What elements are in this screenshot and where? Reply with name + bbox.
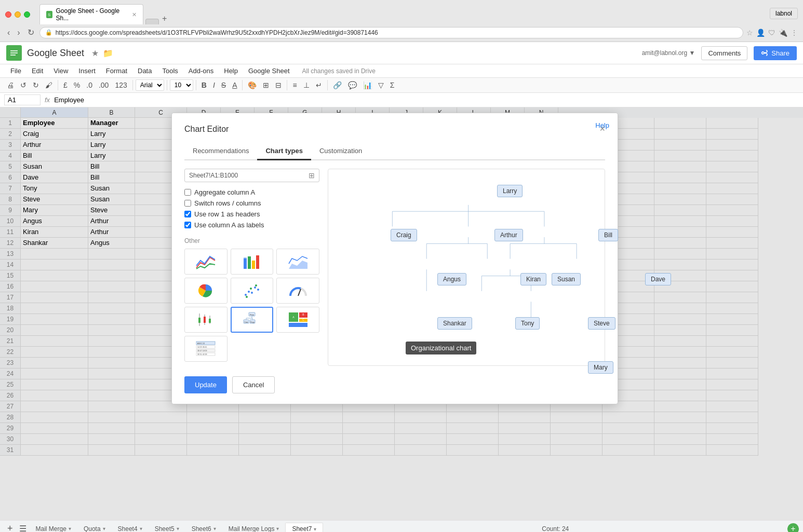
sheet-tab-sheet7[interactable]: Sheet7 ▾ [285,523,323,532]
menu-addons[interactable]: Add-ons [184,65,218,76]
share-button[interactable]: Share [754,46,797,60]
active-browser-tab[interactable]: S Google Sheet - Google Sh... ✕ [39,4,143,24]
merge-cells-button[interactable]: ⊟ [273,79,284,91]
text-wrap-button[interactable]: ↵ [313,79,325,91]
italic-button[interactable]: I [210,79,218,91]
comments-button[interactable]: Comments [701,46,747,60]
borders-button[interactable]: ⊞ [260,79,272,91]
align-left-button[interactable]: ≡ [290,79,299,91]
aggregate-checkbox[interactable] [184,189,191,196]
chart-editor-footer: Update Cancel [184,376,605,393]
function-button[interactable]: Σ [387,79,397,91]
new-sheet-button[interactable]: + [787,523,799,533]
chart-type-area[interactable] [276,249,319,275]
chart-type-org[interactable]: Pete Cats Dogs [231,307,274,333]
data-range-input[interactable]: Sheet7!A1:B1000 ⊞ [184,169,319,182]
menu-file[interactable]: File [6,65,25,76]
tab-close-icon[interactable]: ✕ [132,11,137,18]
redo-button[interactable]: ↻ [30,79,42,91]
currency-button[interactable]: £ [61,79,70,91]
chart-type-pie[interactable] [184,278,227,304]
minimize-window-btn[interactable] [15,11,21,18]
sheet-tab-quota[interactable]: Quota ▾ [77,523,112,533]
tab-arrow-sheet5: ▾ [177,526,179,531]
menu-edit[interactable]: Edit [28,65,47,76]
labnol-button[interactable]: labnol [770,8,798,19]
svg-rect-10 [244,257,247,260]
star-doc-button[interactable]: ★ [91,48,99,58]
tab-chart-types[interactable]: Chart types [257,143,311,160]
formula-input[interactable]: Employee [54,95,799,105]
print-button[interactable]: 🖨 [4,79,17,91]
close-window-btn[interactable] [5,11,11,18]
forward-button[interactable]: › [15,27,22,38]
sheet-tab-mail-merge-logs[interactable]: Mail Merge Logs ▾ [222,523,286,533]
inactive-tab[interactable] [145,19,159,24]
paint-format-button[interactable]: 🖌 [43,79,55,91]
extension-icon[interactable]: 🔌 [779,29,787,37]
sheet-tab-sheet4[interactable]: Sheet4 ▾ [112,523,149,533]
tab-title: Google Sheet - Google Sh... [56,7,126,22]
align-middle-button[interactable]: ⊥ [301,79,312,91]
percent-button[interactable]: % [71,79,83,91]
switch-rows-checkbox[interactable] [184,200,191,207]
menu-view[interactable]: View [49,65,72,76]
decimal-decrease-button[interactable]: .0 [84,79,95,91]
update-button[interactable]: Update [184,376,227,393]
help-link[interactable]: Help [595,121,609,129]
tab-arrow-sheet6: ▾ [213,526,216,531]
strikethrough-button[interactable]: S [219,79,229,91]
back-button[interactable]: ‹ [5,27,12,38]
chart-type-gauge[interactable] [276,278,319,304]
bold-button[interactable]: B [199,79,209,91]
sheet-tab-sheet6[interactable]: Sheet6 ▾ [185,523,222,533]
chart-type-line[interactable] [184,249,227,275]
use-col-a-checkbox-row: Use column A as labels [184,221,319,229]
cancel-button[interactable]: Cancel [232,376,275,393]
menu-data[interactable]: Data [133,65,156,76]
comment-button[interactable]: 💬 [345,79,359,91]
star-icon[interactable]: ☆ [746,29,753,37]
account-icon[interactable]: 👤 [756,29,765,37]
chart-type-table[interactable]: A B C D 14 25 36 41 38 47 18 09 30 51 42… [184,336,227,362]
sheet-list-button[interactable]: ☰ [16,524,30,532]
tab-arrow-mail-merge: ▾ [69,526,71,531]
reload-button[interactable]: ↻ [25,26,36,38]
link-button[interactable]: 🔗 [330,79,344,91]
folder-button[interactable]: 📁 [103,48,113,58]
chart-type-bar[interactable] [231,249,274,275]
format-number-button[interactable]: 123 [112,79,129,91]
add-sheet-button[interactable]: + [4,523,16,532]
decimal-increase-button[interactable]: .00 [96,79,111,91]
more-icon[interactable]: ⋮ [791,29,798,37]
chart-type-treemap[interactable]: A B C [276,307,319,333]
filter-button[interactable]: ▽ [376,79,386,91]
grid-icon[interactable]: ⊞ [309,171,315,180]
sheet-tab-sheet5[interactable]: Sheet5 ▾ [149,523,185,533]
fill-color-button[interactable]: 🎨 [245,79,259,91]
menu-format[interactable]: Format [102,65,131,76]
undo-button[interactable]: ↺ [18,79,29,91]
menu-googlesheet[interactable]: Google Sheet [244,65,294,76]
menu-help[interactable]: Help [220,65,242,76]
tab-recommendations[interactable]: Recommendations [184,143,257,160]
sheet-tab-mail-merge[interactable]: Mail Merge ▾ [30,523,77,533]
maximize-window-btn[interactable] [24,11,30,18]
menu-insert[interactable]: Insert [74,65,100,76]
chart-type-scatter[interactable] [231,278,274,304]
url-text: https://docs.google.com/spreadsheets/d/1… [56,29,738,36]
tab-customization[interactable]: Customization [311,143,370,160]
address-bar[interactable]: 🔒 https://docs.google.com/spreadsheets/d… [39,27,743,38]
chart-button[interactable]: 📊 [360,79,374,91]
menu-tools[interactable]: Tools [158,65,182,76]
svg-rect-4 [10,52,18,53]
use-cola-checkbox[interactable] [184,222,191,228]
chart-type-candlestick[interactable] [184,307,227,333]
new-tab-button[interactable]: + [159,14,170,23]
use-row1-checkbox[interactable] [184,211,191,217]
font-selector[interactable]: Arial [136,79,164,91]
cell-reference-input[interactable]: A1 [4,94,41,105]
shield-icon[interactable]: 🛡 [768,29,775,37]
font-size-selector[interactable]: 10 [170,79,193,91]
underline-button[interactable]: A [230,79,239,91]
